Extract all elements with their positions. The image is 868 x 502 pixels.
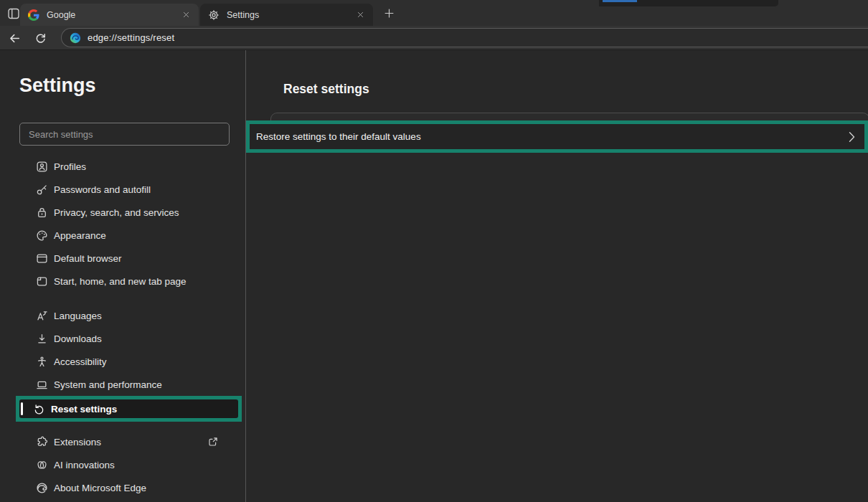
- sidebar-item-default-browser[interactable]: Default browser: [0, 247, 245, 270]
- sidebar-item-reset-settings[interactable]: Reset settings: [19, 399, 238, 418]
- key-icon: [36, 184, 48, 196]
- sidebar-group-divider: [0, 293, 245, 304]
- tab-title: Google: [47, 10, 179, 20]
- address-bar[interactable]: edge://settings/reset: [61, 28, 868, 47]
- settings-content: Reset settings Restore settings to their…: [246, 50, 868, 502]
- tab-strip: Google Settings: [0, 0, 868, 26]
- profile-icon: [36, 161, 48, 173]
- tab-close-button[interactable]: [179, 9, 192, 22]
- sidebar-item-label: Languages: [54, 311, 102, 321]
- sidebar-item-label: Reset settings: [51, 404, 117, 415]
- palette-icon: [36, 229, 48, 242]
- annotation-box-restore-settings: Restore settings to their default values: [246, 120, 868, 153]
- sidebar-item-profiles[interactable]: Profiles: [0, 155, 245, 178]
- sidebar-item-appearance[interactable]: Appearance: [0, 224, 245, 247]
- annotation-box-reset-settings: Reset settings: [16, 396, 242, 422]
- sidebar-item-label: Appearance: [54, 230, 106, 241]
- sidebar-title: Settings: [19, 75, 96, 97]
- browser-window-icon: [36, 252, 48, 265]
- tab-actions-menu-button[interactable]: [6, 6, 21, 21]
- browser-window: Google Settings: [0, 0, 868, 502]
- close-icon: [357, 11, 364, 19]
- chevron-right-icon: [849, 131, 855, 143]
- background-window-accent-bar: [603, 0, 637, 2]
- sidebar-item-label: Accessibility: [54, 356, 107, 367]
- sidebar-item-label: About Microsoft Edge: [54, 483, 146, 493]
- restore-settings-row[interactable]: Restore settings to their default values: [250, 124, 864, 149]
- puzzle-icon: [36, 436, 48, 448]
- restore-settings-label: Restore settings to their default values: [250, 131, 421, 142]
- reload-icon: [34, 32, 47, 44]
- new-tab-button[interactable]: [381, 5, 397, 21]
- download-icon: [36, 333, 48, 345]
- gear-favicon: [208, 9, 220, 21]
- tab-layout-icon: [7, 7, 20, 20]
- translate-icon: [36, 310, 48, 322]
- navigation-toolbar: edge://settings/reset: [0, 26, 868, 50]
- settings-page: Settings Profiles Passwords and autofill: [0, 50, 868, 502]
- sidebar-item-system-performance[interactable]: System and performance: [0, 373, 245, 396]
- url-text: edge://settings/reset: [88, 32, 174, 43]
- sidebar-item-label: Passwords and autofill: [54, 184, 151, 195]
- tab-title: Settings: [227, 10, 354, 20]
- tab-close-button[interactable]: [354, 9, 367, 22]
- sidebar-item-ai-innovations[interactable]: AI innovations: [0, 453, 245, 476]
- sidebar-item-label: AI innovations: [54, 460, 115, 470]
- sidebar-item-label: Default browser: [54, 253, 122, 264]
- sidebar-item-label: Profiles: [54, 161, 86, 172]
- page-title: Reset settings: [283, 82, 369, 97]
- back-button[interactable]: [6, 29, 23, 47]
- sidebar-group-divider: [0, 422, 245, 430]
- sidebar-item-label: System and performance: [54, 379, 162, 390]
- sidebar-item-label: Start, home, and new tab page: [54, 276, 187, 287]
- sidebar-item-privacy[interactable]: Privacy, search, and services: [0, 201, 245, 224]
- tab-settings[interactable]: Settings: [200, 4, 373, 26]
- plus-icon: [384, 8, 395, 19]
- sidebar-item-extensions[interactable]: Extensions: [0, 430, 245, 453]
- sidebar-item-label: Privacy, search, and services: [54, 207, 179, 218]
- google-favicon: [28, 9, 39, 21]
- edge-favicon: [70, 32, 81, 44]
- search-settings-input[interactable]: [19, 123, 230, 146]
- sidebar-item-downloads[interactable]: Downloads: [0, 327, 245, 350]
- sidebar-item-label: Downloads: [54, 333, 102, 344]
- sidebar-nav: Profiles Passwords and autofill Privacy,…: [0, 155, 245, 499]
- reset-icon: [33, 403, 45, 415]
- settings-sidebar: Settings Profiles Passwords and autofill: [0, 50, 246, 502]
- sidebar-item-label: Extensions: [54, 437, 101, 447]
- sidebar-item-accessibility[interactable]: Accessibility: [0, 350, 245, 373]
- close-icon: [182, 11, 190, 19]
- tab-google[interactable]: Google: [20, 4, 199, 26]
- copilot-icon: [36, 459, 48, 471]
- selected-indicator: [21, 402, 23, 415]
- start-page-icon: [36, 275, 48, 288]
- lock-icon: [36, 207, 48, 219]
- back-arrow-icon: [9, 32, 21, 44]
- sidebar-item-about-edge[interactable]: About Microsoft Edge: [0, 476, 245, 499]
- laptop-icon: [36, 379, 48, 391]
- reload-button[interactable]: [32, 29, 49, 47]
- accessibility-icon: [36, 356, 48, 368]
- edge-logo-icon: [36, 482, 48, 494]
- sidebar-item-passwords[interactable]: Passwords and autofill: [0, 178, 245, 201]
- sidebar-item-start-home-newtab[interactable]: Start, home, and new tab page: [0, 270, 245, 293]
- sidebar-item-languages[interactable]: Languages: [0, 304, 245, 327]
- external-link-icon: [207, 436, 219, 447]
